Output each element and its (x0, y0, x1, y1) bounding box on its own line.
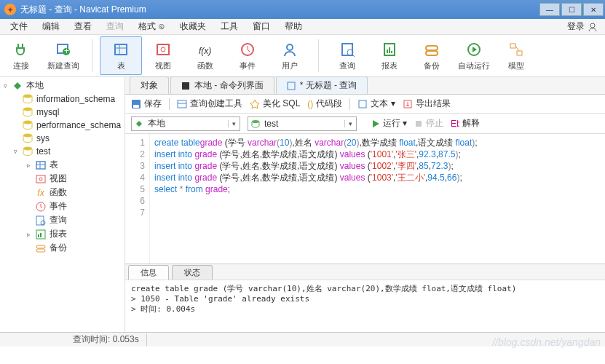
toolbar-plug[interactable]: 连接 (0, 36, 42, 75)
sidebar-item[interactable]: fx函数 (0, 186, 124, 199)
sidebar-item[interactable]: mysql (0, 106, 124, 119)
db-icon (22, 146, 33, 157)
svg-point-0 (590, 23, 595, 28)
toolbar-model[interactable]: 模型 (495, 36, 537, 75)
sidebar-item[interactable]: ▹表 (0, 158, 124, 172)
login-button[interactable]: 登录 (563, 20, 602, 33)
sidebar-label: 备份 (50, 242, 67, 254)
expand-arrow-icon[interactable]: ▹ (25, 231, 32, 238)
toolbar-user[interactable]: 用户 (269, 36, 311, 75)
result-tabs: 信息状态 (125, 264, 605, 280)
message-log[interactable]: create table grade (学号 varchar(10),姓名 va… (125, 280, 605, 332)
text-label: 文本 ▾ (371, 98, 395, 110)
menu-item[interactable]: 收藏夹 (173, 20, 213, 33)
svg-point-25 (23, 95, 32, 98)
menu-item[interactable]: 查询 (99, 20, 131, 33)
app-icon: ✦ (4, 4, 16, 15)
svg-rect-33 (36, 175, 45, 183)
svg-rect-16 (387, 50, 388, 53)
sidebar-label: test (36, 146, 50, 157)
menu-item[interactable]: 编辑 (35, 20, 67, 33)
maximize-button[interactable]: ☐ (561, 3, 582, 16)
toolbar-report[interactable]: 报表 (368, 36, 411, 75)
expand-arrow-icon[interactable]: ▿ (1, 82, 9, 90)
menu-item[interactable]: 格式 ⊙ (131, 20, 173, 33)
toolbar-query[interactable]: 查询 (326, 36, 368, 75)
save-button[interactable]: 保存 (131, 98, 162, 110)
svg-point-37 (41, 221, 45, 225)
code-snippet-button[interactable]: ()代码段 (307, 98, 342, 110)
sidebar-item[interactable]: 事件 (0, 199, 124, 213)
close-button[interactable]: ✕ (583, 3, 604, 16)
document-tab[interactable]: 本地 - 命令列界面 (170, 76, 274, 94)
toolbar-backup[interactable]: 备份 (411, 36, 453, 75)
toolbar-new-query[interactable]: +新建查询 (42, 36, 84, 75)
database-select[interactable]: test ▾ (248, 116, 357, 131)
run-button[interactable]: 运行 ▾ (371, 117, 407, 130)
db-icon (22, 106, 33, 118)
result-tab[interactable]: 状态 (172, 265, 213, 280)
sidebar-item[interactable]: 备份 (0, 241, 124, 255)
toolbar-fx[interactable]: f(x)函数 (184, 36, 226, 75)
fx-icon: fx (35, 187, 47, 199)
menu-item[interactable]: 工具 (213, 20, 245, 33)
toolbar-view[interactable]: 视图 (142, 36, 184, 75)
toolbar-autorun[interactable]: 自动运行 (453, 36, 495, 75)
menu-item[interactable]: 文件 (3, 20, 35, 33)
connection-select[interactable]: 本地 ▾ (131, 116, 240, 131)
db-icon (22, 132, 33, 144)
stop-button[interactable]: 停止 (414, 117, 443, 130)
menu-item[interactable]: 查看 (67, 20, 99, 33)
model-icon (506, 40, 526, 59)
toolbar-clock[interactable]: 事件 (226, 36, 269, 75)
explain-icon: Eb (451, 119, 459, 128)
sidebar[interactable]: ▿本地information_schemamysqlperformance_sc… (0, 77, 125, 332)
menu-item[interactable]: 窗口 (245, 20, 277, 33)
fx-icon: f(x) (195, 40, 215, 59)
beautify-sql-button[interactable]: 美化 SQL (250, 98, 300, 110)
snippet-label: 代码段 (316, 98, 342, 110)
export-result-button[interactable]: 导出结果 (403, 98, 451, 110)
sidebar-item[interactable]: 视图 (0, 172, 124, 186)
query-builder-button[interactable]: 查询创建工具 (177, 98, 242, 110)
sidebar-label: 事件 (50, 200, 67, 213)
minimize-button[interactable]: — (539, 3, 560, 16)
svg-point-51 (252, 120, 259, 123)
svg-rect-7 (157, 44, 169, 55)
sidebar-item[interactable]: ▿本地 (0, 79, 124, 92)
sidebar-item[interactable]: 查询 (0, 213, 124, 227)
query-toolbar: 保存 查询创建工具 美化 SQL ()代码段 文本 ▾ 导出结果 (125, 95, 605, 114)
svg-rect-20 (426, 51, 438, 55)
toolbar-table[interactable]: 表 (100, 36, 142, 75)
sidebar-label: 视图 (50, 173, 67, 185)
svg-rect-47 (178, 100, 186, 108)
sidebar-item[interactable]: information_schema (0, 92, 124, 106)
expand-arrow-icon[interactable]: ▹ (25, 162, 32, 169)
main-toolbar: 连接+新建查询表视图f(x)函数事件用户查询报表备份自动运行模型 (0, 35, 605, 77)
sidebar-label: 查询 (50, 214, 67, 226)
svg-line-24 (515, 46, 519, 51)
menu-item[interactable]: 帮助 (277, 20, 309, 33)
sidebar-item[interactable]: ▿test (0, 145, 124, 158)
explain-button[interactable]: Eb解释 (451, 117, 480, 130)
svg-point-11 (287, 44, 293, 50)
document-tab[interactable]: * 无标题 - 查询 (276, 76, 368, 94)
result-tab[interactable]: 信息 (128, 265, 169, 280)
svg-text:Eb: Eb (451, 119, 459, 128)
chevron-down-icon: ▾ (228, 120, 240, 127)
new-query-icon: + (53, 40, 74, 59)
sidebar-label: information_schema (36, 94, 115, 104)
document-tab[interactable]: 对象 (130, 76, 169, 94)
sql-editor[interactable]: 1234567 create tablegrade (学号 varchar(10… (125, 134, 605, 264)
sidebar-item[interactable]: performance_schema (0, 119, 124, 132)
sidebar-label: 报表 (50, 228, 67, 240)
connection-bar: 本地 ▾ test ▾ 运行 ▾ 停止 Eb解释 (125, 114, 605, 134)
svg-rect-19 (426, 46, 438, 50)
svg-rect-44 (288, 82, 295, 90)
sidebar-item[interactable]: ▹报表 (0, 227, 124, 241)
sidebar-item[interactable]: sys (0, 132, 124, 145)
expand-arrow-icon[interactable]: ▿ (12, 148, 19, 155)
text-dropdown[interactable]: 文本 ▾ (357, 98, 395, 110)
editor-area[interactable]: create tablegrade (学号 varchar(10),姓名 var… (150, 134, 605, 264)
query-icon (337, 40, 357, 59)
